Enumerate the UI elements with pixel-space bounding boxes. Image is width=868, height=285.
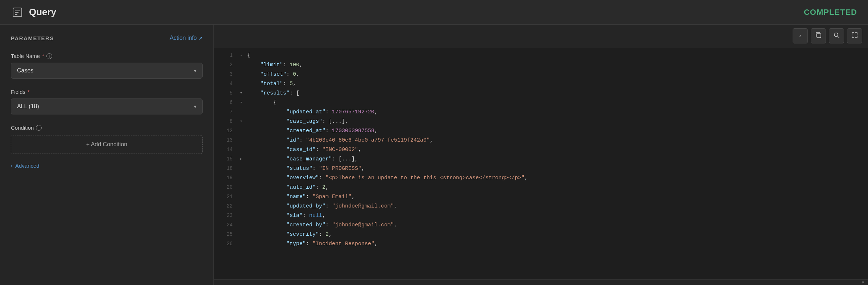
code-line-20: 20 "auto_id": 2, xyxy=(214,183,868,192)
copy-button[interactable] xyxy=(811,28,826,43)
fields-chevron: ▾ xyxy=(194,104,196,109)
panel-header: PARAMETERS Action info ↗ xyxy=(11,35,203,41)
scroll-indicator: ▾ xyxy=(214,279,868,285)
code-line-7: 7 "updated_at": 1707657192720, xyxy=(214,108,868,117)
condition-label-row: Condition i xyxy=(11,125,203,131)
svg-rect-4 xyxy=(817,34,821,38)
fields-required: * xyxy=(28,89,30,95)
code-line-3: 3 "offset": 0, xyxy=(214,70,868,79)
fields-select[interactable]: ALL (18) ▾ xyxy=(11,99,203,114)
fields-label: Fields xyxy=(11,89,25,95)
fields-value: ALL (18) xyxy=(17,103,39,110)
code-line-8: 8 ▾ "case_tags": [...], xyxy=(214,117,868,126)
topbar-left: Query xyxy=(11,6,56,19)
svg-line-6 xyxy=(838,36,839,38)
code-line-15: 15 ▸ "case_manager": [...], xyxy=(214,155,868,164)
code-line-1: 1 ▾ { xyxy=(214,51,868,60)
expand-icon xyxy=(851,32,858,40)
condition-info-icon[interactable]: i xyxy=(36,125,42,131)
fields-select-wrapper: ALL (18) ▾ xyxy=(11,99,203,114)
expand-button[interactable] xyxy=(847,28,862,43)
code-editor[interactable]: 1 ▾ { 2 "limit": 100, 3 "offset": 0, 4 xyxy=(214,47,868,279)
table-name-label-row: Table Name * i xyxy=(11,53,203,59)
action-info-label: Action info xyxy=(170,35,197,41)
fields-label-row: Fields * xyxy=(11,89,203,95)
code-line-26: 26 "type": "Incident Response", xyxy=(214,239,868,249)
search-button[interactable] xyxy=(829,28,844,43)
action-info-link[interactable]: Action info ↗ xyxy=(170,35,203,41)
advanced-label: Advanced xyxy=(15,163,40,169)
condition-section: Condition i + Add Condition xyxy=(11,125,203,154)
code-line-21: 21 "name": "Spam Email", xyxy=(214,192,868,202)
table-name-select-wrapper: Cases ▾ xyxy=(11,63,203,79)
code-line-22: 22 "updated_by": "johndoe@gmail.com", xyxy=(214,202,868,211)
code-line-18: 18 "status": "IN PROGRESS", xyxy=(214,164,868,173)
advanced-toggle[interactable]: › Advanced xyxy=(11,163,203,169)
table-name-value: Cases xyxy=(17,67,33,74)
copy-icon xyxy=(815,32,822,40)
code-line-25: 25 "severity": 2, xyxy=(214,230,868,239)
advanced-chevron-icon: › xyxy=(11,163,12,168)
table-name-info-icon[interactable]: i xyxy=(46,53,52,59)
query-icon xyxy=(11,6,24,19)
left-panel: PARAMETERS Action info ↗ Table Name * i … xyxy=(0,25,214,285)
add-condition-label: + Add Condition xyxy=(86,141,127,148)
scroll-down-icon[interactable]: ▾ xyxy=(862,280,864,285)
fields-field: Fields * ALL (18) ▾ xyxy=(11,89,203,114)
code-line-13: 13 "id": "4b203c40-80e6-4bc0-a797-fe5119… xyxy=(214,136,868,145)
code-line-6: 6 ▾ { xyxy=(214,98,868,108)
search-icon xyxy=(833,32,840,40)
back-icon: ‹ xyxy=(799,33,801,39)
right-panel: ‹ xyxy=(214,25,868,285)
code-line-23: 23 "sla": null, xyxy=(214,211,868,221)
table-name-label: Table Name xyxy=(11,53,40,59)
code-line-24: 24 "created_by": "johndoe@gmail.com", xyxy=(214,221,868,230)
table-name-chevron: ▾ xyxy=(194,68,196,74)
add-condition-button[interactable]: + Add Condition xyxy=(11,135,203,154)
code-line-4: 4 "total": 5, xyxy=(214,79,868,89)
code-line-5: 5 ▾ "results": [ xyxy=(214,89,868,98)
topbar: Query COMPLETED xyxy=(0,0,868,25)
table-name-required: * xyxy=(42,53,44,59)
back-button[interactable]: ‹ xyxy=(793,28,808,43)
code-line-2: 2 "limit": 100, xyxy=(214,60,868,70)
external-link-icon: ↗ xyxy=(199,35,203,41)
code-line-19: 19 "overview": "<p>There is an update to… xyxy=(214,173,868,183)
condition-label: Condition xyxy=(11,125,34,131)
parameters-label: PARAMETERS xyxy=(11,35,54,41)
status-badge: COMPLETED xyxy=(804,8,857,17)
main-content: PARAMETERS Action info ↗ Table Name * i … xyxy=(0,25,868,285)
page-title: Query xyxy=(29,7,56,18)
code-line-14: 14 "case_id": "INC-00002", xyxy=(214,145,868,155)
table-name-select[interactable]: Cases ▾ xyxy=(11,63,203,79)
table-name-field: Table Name * i Cases ▾ xyxy=(11,53,203,79)
editor-toolbar: ‹ xyxy=(214,25,868,47)
code-line-12: 12 "created_at": 1703063987558, xyxy=(214,126,868,136)
